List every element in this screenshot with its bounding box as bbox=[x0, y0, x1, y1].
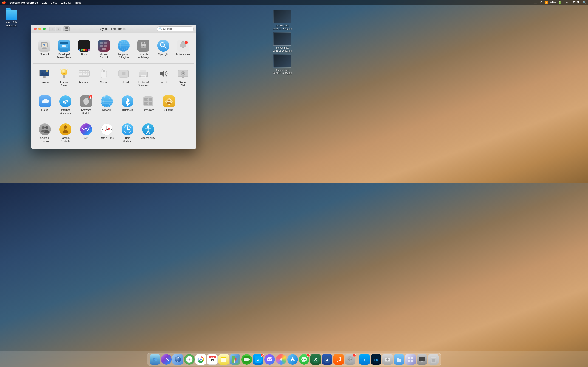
pref-startup[interactable]: Startup Disk bbox=[173, 66, 193, 89]
svg-rect-93 bbox=[182, 77, 184, 77]
bluetooth-label: Bluetooth bbox=[122, 108, 133, 111]
spotlight-icon bbox=[157, 40, 169, 52]
pref-software-update[interactable]: 1 Software Update bbox=[76, 94, 96, 117]
folder-icon bbox=[6, 10, 17, 20]
bluetooth-icon bbox=[121, 95, 133, 107]
extensions-icon bbox=[142, 95, 154, 107]
search-input[interactable] bbox=[163, 27, 191, 31]
users-label: Users & Groups bbox=[40, 136, 49, 143]
pref-dock[interactable]: Dock bbox=[74, 38, 94, 61]
security-icon bbox=[137, 40, 149, 52]
minimize-button[interactable] bbox=[38, 27, 41, 30]
dock-label: Dock bbox=[81, 52, 87, 56]
svg-point-92 bbox=[183, 73, 183, 74]
pref-spotlight[interactable]: Spotlight bbox=[153, 38, 173, 61]
svg-text:@: @ bbox=[63, 98, 68, 104]
svg-rect-109 bbox=[145, 102, 148, 105]
apple-menu[interactable]: 🍎 bbox=[2, 1, 6, 4]
screenshot-item-2[interactable]: Screen Shot 2021-05...copy.jpg bbox=[273, 32, 292, 52]
screenshot-label-1: Screen Shot 2021-05...copy.jpg bbox=[273, 24, 292, 30]
svg-rect-64 bbox=[83, 73, 84, 74]
svg-rect-73 bbox=[103, 70, 105, 72]
personal-row: General bbox=[35, 38, 193, 61]
pref-network[interactable]: Network bbox=[96, 94, 117, 117]
internet-accounts-label: Internet Accounts bbox=[60, 108, 70, 115]
pref-mouse[interactable]: Mouse bbox=[94, 66, 114, 89]
svg-rect-48 bbox=[63, 77, 65, 78]
pref-users[interactable]: Users & Groups bbox=[35, 122, 55, 145]
back-button[interactable]: ‹ bbox=[49, 27, 55, 31]
startup-label: Startup Disk bbox=[179, 81, 187, 87]
svg-rect-47 bbox=[63, 76, 65, 77]
pref-language[interactable]: Language & Region bbox=[114, 38, 133, 61]
close-button[interactable] bbox=[34, 27, 36, 30]
maximize-button[interactable] bbox=[43, 27, 46, 30]
pref-trackpad[interactable]: Trackpad bbox=[114, 66, 133, 89]
menu-help[interactable]: Help bbox=[75, 1, 81, 4]
pref-security[interactable]: Security & Privacy bbox=[133, 38, 153, 61]
system-row: Users & Groups bbox=[35, 122, 193, 145]
forward-button[interactable]: › bbox=[56, 27, 61, 31]
svg-point-113 bbox=[145, 101, 147, 102]
pref-siri[interactable]: Siri bbox=[76, 122, 96, 145]
pref-timemachine[interactable]: Time Machine bbox=[117, 122, 138, 145]
menu-view[interactable]: View bbox=[51, 1, 57, 4]
pref-accessibility[interactable]: Accessibility bbox=[138, 122, 158, 145]
mission-label: Mission Control bbox=[99, 52, 108, 59]
pref-extensions[interactable]: Extensions bbox=[138, 94, 158, 117]
pref-printers[interactable]: Printers & Scanners bbox=[133, 66, 153, 89]
keyboard-label: Keyboard bbox=[78, 81, 89, 84]
pref-energy[interactable]: Energy Saver bbox=[54, 66, 74, 89]
system-preferences-window: ‹ › System Preferences 🔍 bbox=[31, 25, 196, 149]
pref-desktop[interactable]: Desktop & Screen Saver bbox=[54, 38, 74, 61]
screenshot-item-3[interactable]: Screen Shot 2021-05...copy.jpg bbox=[273, 54, 292, 75]
screenshot-item-1[interactable]: Screen Shot 2021-05...copy.jpg bbox=[273, 10, 292, 30]
menu-window[interactable]: Window bbox=[61, 1, 71, 4]
pref-keyboard[interactable]: Keyboard bbox=[74, 66, 94, 89]
extensions-label: Extensions bbox=[142, 108, 154, 111]
pref-internet-accounts[interactable]: @ Internet Accounts bbox=[55, 94, 76, 117]
menu-edit[interactable]: Edit bbox=[42, 1, 47, 4]
sharing-label: Sharing bbox=[164, 108, 173, 111]
pref-sharing[interactable]: Sharing bbox=[158, 94, 179, 117]
general-icon bbox=[38, 40, 50, 52]
displays-label: Displays bbox=[40, 81, 49, 84]
svg-rect-63 bbox=[81, 73, 82, 74]
network-icon bbox=[101, 95, 113, 107]
trackpad-label: Trackpad bbox=[118, 81, 129, 84]
svg-point-30 bbox=[143, 46, 144, 48]
screenshot-thumb-1 bbox=[273, 10, 292, 23]
pref-bluetooth[interactable]: Bluetooth bbox=[117, 94, 138, 117]
timemachine-label: Time Machine bbox=[123, 136, 132, 143]
pref-datetime[interactable]: 18 Date & Time bbox=[96, 122, 117, 145]
pref-notifications[interactable]: Notifications bbox=[173, 38, 193, 61]
app-name[interactable]: System Preferences bbox=[9, 1, 38, 4]
grid-view-button[interactable] bbox=[63, 26, 69, 31]
grid-icon bbox=[65, 27, 68, 31]
pref-general[interactable]: General bbox=[35, 38, 54, 61]
pref-mission[interactable]: Mission Control bbox=[94, 38, 114, 61]
siri-label: Siri bbox=[84, 136, 88, 140]
svg-text:!: ! bbox=[64, 128, 65, 131]
svg-rect-16 bbox=[100, 45, 103, 48]
svg-rect-18 bbox=[102, 48, 106, 50]
search-box[interactable]: 🔍 bbox=[157, 26, 194, 31]
general-label: General bbox=[40, 52, 49, 56]
pref-parental[interactable]: ! Parental Controls bbox=[55, 122, 76, 145]
pref-icloud[interactable]: iCloud bbox=[35, 94, 55, 117]
svg-rect-66 bbox=[86, 73, 87, 74]
internet-row: iCloud bbox=[35, 94, 193, 117]
internet-accounts-icon: @ bbox=[60, 95, 71, 107]
svg-point-37 bbox=[185, 41, 188, 44]
desktop-label: Desktop & Screen Saver bbox=[57, 52, 72, 59]
svg-rect-56 bbox=[79, 71, 81, 72]
desktop-folder[interactable]: màn hình macbook bbox=[2, 10, 21, 27]
svg-line-51 bbox=[67, 69, 68, 70]
svg-rect-107 bbox=[145, 98, 148, 101]
svg-rect-57 bbox=[81, 71, 82, 72]
notifications-icon bbox=[177, 40, 189, 52]
parental-label: Parental Controls bbox=[61, 136, 70, 143]
pref-sound[interactable]: Sound bbox=[153, 66, 173, 89]
pref-displays[interactable]: Displays bbox=[35, 66, 54, 89]
displays-icon bbox=[38, 68, 50, 80]
